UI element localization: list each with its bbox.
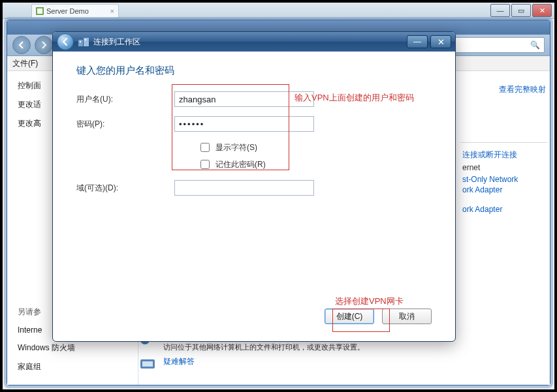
search-box[interactable]: 🔍 xyxy=(451,37,545,53)
browser-tab[interactable]: Server Demo × xyxy=(31,4,119,18)
svg-rect-7 xyxy=(84,38,89,46)
dialog-close-button[interactable]: ✕ xyxy=(430,35,451,48)
label-adapter1: ork Adapter xyxy=(462,185,546,194)
dialog-window-buttons: — ✕ xyxy=(407,35,451,48)
svg-rect-9 xyxy=(85,39,86,40)
checkbox-remember[interactable] xyxy=(200,160,210,169)
label-hostonly: st-Only Network xyxy=(462,175,546,184)
input-domain[interactable] xyxy=(174,180,314,196)
dialog-titlebar[interactable]: 连接到工作区 — ✕ xyxy=(53,32,455,52)
link-connect-disconnect[interactable]: 连接或断开连接 xyxy=(462,149,546,160)
dialog-button-row: 创建(C) 取消 xyxy=(325,309,432,324)
outer-minimize-button[interactable]: — xyxy=(490,4,510,17)
outer-titlebar: Server Demo × — ▭ ✕ xyxy=(3,3,554,19)
tab-label: Server Demo xyxy=(46,7,89,15)
troubleshoot-icon xyxy=(138,356,157,374)
dialog-minimize-button[interactable]: — xyxy=(407,35,428,48)
dialog-back-button[interactable] xyxy=(57,33,74,50)
input-username[interactable] xyxy=(174,91,314,107)
dialog-heading: 键入您的用户名和密码 xyxy=(76,65,432,77)
troubleshoot-row: 疑难解答 xyxy=(138,356,458,374)
checkbox-show-chars[interactable] xyxy=(200,143,210,152)
row-password: 密码(P): xyxy=(76,116,432,132)
input-password[interactable] xyxy=(174,116,314,132)
sidebar-item-homegroup[interactable]: 家庭组 xyxy=(7,357,138,376)
svg-rect-1 xyxy=(37,8,42,14)
link-full-map[interactable]: 查看完整映射 xyxy=(462,84,546,95)
tab-favicon xyxy=(36,7,44,15)
label-adapter2: ork Adapter xyxy=(462,205,546,214)
row-show-chars: 显示字符(S) xyxy=(198,141,432,154)
outer-window-buttons: — ▭ ✕ xyxy=(489,4,552,17)
vpn-credentials-dialog: 连接到工作区 — ✕ 键入您的用户名和密码 用户名(U): 密码(P): 显示字… xyxy=(52,31,456,342)
homegroup-desc: 访问位于其他网络计算机上的文件和打印机，或更改共享设置。 xyxy=(163,342,364,352)
outer-close-button[interactable]: ✕ xyxy=(532,4,552,17)
svg-rect-5 xyxy=(142,361,153,367)
label-internet: ernet xyxy=(462,163,546,172)
desktop-frame: Server Demo × — ▭ ✕ 🔍 文件(F) ? 控制面 xyxy=(0,0,557,392)
right-panel: 查看完整映射 连接或断开连接 ernet st-Only Network ork… xyxy=(458,71,550,385)
row-domain: 域(可选)(D): xyxy=(76,180,432,196)
label-username: 用户名(U): xyxy=(76,94,174,105)
menu-file[interactable]: 文件(F) xyxy=(12,58,38,69)
label-show-chars: 显示字符(S) xyxy=(215,142,257,153)
troubleshoot-link[interactable]: 疑难解答 xyxy=(163,356,195,367)
label-password: 密码(P): xyxy=(76,119,174,130)
nav-forward-button[interactable] xyxy=(35,36,53,54)
tab-close-icon[interactable]: × xyxy=(110,7,114,15)
row-remember: 记住此密码(R) xyxy=(198,158,432,171)
dialog-body: 键入您的用户名和密码 用户名(U): 密码(P): 显示字符(S) 记住此密码(… xyxy=(53,52,455,339)
button-cancel[interactable]: 取消 xyxy=(382,309,432,324)
search-icon: 🔍 xyxy=(530,40,540,50)
dialog-title: 连接到工作区 xyxy=(93,37,140,48)
workplace-icon xyxy=(78,36,89,48)
row-username: 用户名(U): xyxy=(76,91,432,107)
svg-rect-8 xyxy=(80,41,81,42)
button-create[interactable]: 创建(C) xyxy=(325,309,374,324)
label-remember: 记住此密码(R) xyxy=(215,159,266,170)
nav-back-button[interactable] xyxy=(12,36,31,54)
svg-rect-6 xyxy=(78,40,83,46)
outer-maximize-button[interactable]: ▭ xyxy=(511,4,531,17)
annotation-text-create: 选择创建VPN网卡 xyxy=(335,295,404,307)
label-domain: 域(可选)(D): xyxy=(76,183,174,194)
